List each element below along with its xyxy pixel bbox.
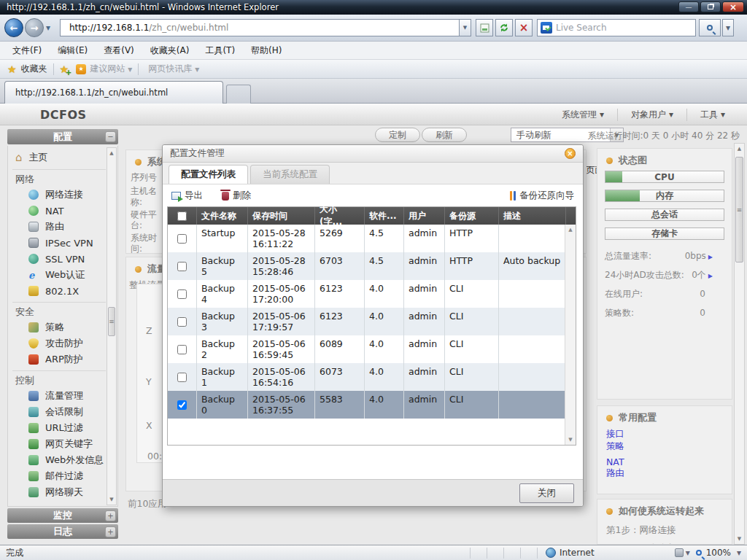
stat-arrow-icon[interactable] [708,270,713,280]
backup-restore-wizard-button[interactable]: 备份还原向导 [510,190,574,202]
config-panel-header[interactable]: 配置 − [7,129,118,144]
zoom-dropdown[interactable] [737,548,741,558]
sidebar-item-web-keyword[interactable]: 网页关键字 [8,436,106,452]
collapse-icon[interactable]: − [105,131,116,142]
stat-arrow-icon[interactable] [708,251,713,261]
link-nat[interactable]: NAT [606,456,732,467]
sidebar-scroll-thumb[interactable] [108,307,115,336]
sidebar-item-mail-filter[interactable]: 邮件过滤 [8,468,106,484]
menu-favorites[interactable]: 收藏夹(A) [142,42,198,59]
suggested-sites-button[interactable]: 建议网站 [90,63,125,75]
row-checkbox[interactable] [177,262,187,271]
address-dropdown-button[interactable] [459,19,471,36]
sidebar-item-attack-protection[interactable]: 攻击防护 [8,335,106,351]
tab-current-config[interactable]: 当前系统配置 [250,165,330,184]
sidebar-item-nat[interactable]: NAT [8,203,106,219]
protected-mode-dropdown[interactable] [686,548,690,558]
header-software[interactable]: 软件... [365,207,404,225]
browser-tab[interactable]: http://192.168.1.1/zh_cn/webui.html [4,81,223,104]
sidebar-item-session-limit[interactable]: 会话限制 [8,404,106,420]
sidebar-item-url-filter[interactable]: URL过滤 [8,420,106,436]
sidebar-item-8021x[interactable]: 802.1X [8,283,106,299]
page-scroll-thumb[interactable] [735,157,743,262]
row-checkbox[interactable] [177,289,187,299]
menu-help[interactable]: 帮助(H) [243,42,290,59]
table-row[interactable]: Backup 4 2015-05-06 17:20:00 6123 4.0 ad… [168,280,576,308]
restore-button[interactable] [700,1,721,12]
dialog-close-button[interactable]: 关闭 [519,483,574,503]
row-checkbox[interactable] [177,400,187,410]
page-refresh-button[interactable]: 刷新 [422,128,467,142]
favorites-button[interactable]: 收藏夹 [21,63,47,75]
log-expand-icon[interactable]: + [105,526,116,537]
header-save-time[interactable]: 保存时间 [248,207,315,225]
table-scroll-up-icon[interactable] [565,227,576,233]
row-checkbox[interactable] [177,234,187,244]
table-row[interactable]: Backup 5 2015-05-28 15:28:46 6703 4.5 ad… [168,252,576,280]
customize-button[interactable]: 定制 [375,128,420,142]
sidebar-item-web-outgoing[interactable]: Web外发信息 [8,452,106,468]
forward-button[interactable] [25,18,44,37]
dialog-close-icon[interactable]: × [565,148,576,159]
link-policy[interactable]: 策略 [606,440,732,453]
page-scrollbar[interactable] [734,143,745,545]
table-row[interactable]: Backup 3 2015-05-06 17:19:57 6123 4.0 ad… [168,308,576,335]
menu-view[interactable]: 查看(V) [96,42,142,59]
table-row[interactable]: Backup 2 2015-05-06 16:59:45 6089 4.0 ad… [168,335,576,363]
sidebar-item-traffic-management[interactable]: 流量管理 [8,388,106,404]
new-tab-stub[interactable] [226,85,251,104]
webslices-dropdown[interactable] [195,64,199,74]
search-options-dropdown[interactable] [722,19,734,36]
zoom-level[interactable]: 100% [706,548,731,558]
table-row[interactable]: Startup 2015-05-28 16:11:22 5269 4.5 adm… [168,225,576,252]
search-button[interactable] [699,19,721,36]
table-row-selected[interactable]: Backup 0 2015-05-06 16:37:55 5583 4.0 ad… [168,391,576,419]
link-interface[interactable]: 接口 [606,428,732,440]
link-route[interactable]: 路由 [606,467,732,480]
system-management-menu[interactable]: 系统管理 [549,109,617,121]
header-file-name[interactable]: 文件名称 [197,207,248,225]
minimize-button[interactable] [678,1,699,12]
tab-config-file-list[interactable]: 配置文件列表 [169,165,248,184]
sidebar-scroll-down-icon[interactable] [107,497,116,502]
log-panel-header[interactable]: 日志 + [7,524,118,539]
header-size[interactable]: 大小(字... [315,207,365,225]
protected-mode-icon[interactable] [675,548,684,557]
table-row[interactable]: Backup 1 2015-05-06 16:54:16 6073 4.0 ad… [168,363,576,391]
history-dropdown[interactable] [46,23,50,33]
sidebar-item-home[interactable]: 主页 [8,149,106,166]
sidebar-item-route[interactable]: 路由 [8,219,106,235]
menu-tools[interactable]: 工具(T) [197,42,243,59]
refresh-button[interactable] [495,19,513,36]
sidebar-item-web-auth[interactable]: eWeb认证 [8,267,106,283]
sidebar-item-ssl-vpn[interactable]: SSL VPN [8,251,106,267]
address-input[interactable]: http://192.168.1.1/zh_cn/webui.html [60,19,460,36]
page-scroll-down-icon[interactable] [735,536,744,542]
delete-button[interactable]: 删除 [222,190,251,202]
sidebar-scrollbar[interactable] [107,147,117,505]
page-scroll-up-icon[interactable] [735,146,744,152]
back-button[interactable] [4,18,23,37]
close-button[interactable] [722,1,744,12]
sidebar-scroll-up-icon[interactable] [107,150,116,156]
sidebar-item-network-chat[interactable]: 网络聊天 [8,484,106,500]
row-checkbox[interactable] [177,373,187,382]
object-user-menu[interactable]: 对象用户 [617,109,686,121]
header-user[interactable]: 用户 [404,207,445,225]
header-description[interactable]: 描述 [499,207,566,225]
sidebar-item-ipsec-vpn[interactable]: IPSec VPN [8,235,106,251]
monitor-expand-icon[interactable]: + [105,510,116,521]
search-input[interactable] [556,23,692,33]
select-all-checkbox[interactable] [177,211,187,221]
row-checkbox[interactable] [177,317,187,327]
row-checkbox[interactable] [177,345,187,354]
monitor-panel-header[interactable]: 监控 + [7,508,118,523]
sidebar-item-policy[interactable]: 策略 [8,319,106,335]
menu-edit[interactable]: 编辑(E) [50,42,96,59]
add-favorite-button[interactable]: + [60,63,69,75]
sidebar-item-network-connection[interactable]: 网络连接 [8,187,106,203]
header-backup-source[interactable]: 备份源 [445,207,499,225]
menu-file[interactable]: 文件(F) [4,42,50,59]
sidebar-item-arp-protection[interactable]: ARP防护 [8,351,106,368]
suggested-sites-dropdown[interactable] [128,64,132,74]
